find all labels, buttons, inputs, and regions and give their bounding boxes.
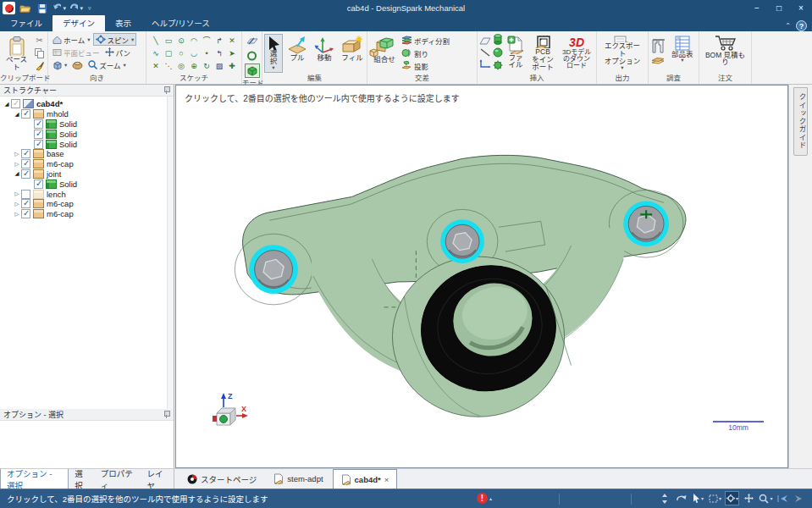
tree-item-solid[interactable]: Solid (0, 139, 167, 149)
trim-icon[interactable]: ✕ (226, 34, 239, 47)
bolt-right-selected[interactable] (623, 201, 669, 246)
checkbox[interactable] (34, 119, 43, 129)
checkbox[interactable] (21, 209, 30, 218)
viewport-3d[interactable]: クリックして、2番目の選択を他のツール内で使用するように設定します Z X 10… (175, 85, 788, 468)
insert-sphere-icon[interactable] (493, 47, 503, 59)
selection-box-icon[interactable] (708, 491, 722, 505)
customize-toolbar-icon[interactable]: ▿ (88, 5, 91, 12)
mirror-icon[interactable]: ➤ (226, 47, 239, 59)
rotate-cursor-icon[interactable] (674, 491, 688, 505)
split-icon[interactable]: ✕ (150, 59, 163, 72)
bom-quote-button[interactable]: BOM 見積もり (701, 34, 750, 73)
expander-icon[interactable] (13, 190, 21, 197)
app-logo-icon[interactable] (3, 2, 15, 14)
bom-table-button[interactable]: 部品表 (669, 34, 696, 73)
tree-item-cab4d[interactable]: cab4d* (0, 99, 167, 109)
tab-help[interactable]: ヘルプ/リソース (141, 15, 220, 31)
measure-caliper-icon[interactable] (650, 39, 667, 56)
tree-item-joint[interactable]: joint (0, 169, 167, 179)
split-button[interactable]: 割り (401, 47, 428, 59)
doc-tab-stem-adpt[interactable]: stem-adpt (266, 469, 330, 489)
redo-button[interactable]: ▾ (69, 3, 83, 14)
split-body-button[interactable]: ボディ分割 (401, 35, 450, 47)
expander-icon[interactable] (13, 151, 21, 157)
fill-tool-button[interactable]: フィル (339, 34, 366, 73)
cut-icon[interactable]: ✂ (33, 35, 46, 47)
maximize-button[interactable]: □ (768, 0, 790, 16)
checkbox[interactable] (34, 179, 43, 189)
combine-button[interactable]: 組合せ (369, 34, 400, 73)
parts-stack-icon[interactable] (651, 57, 666, 67)
format-painter-icon[interactable] (33, 60, 46, 72)
tree-item-base[interactable]: base (0, 149, 167, 159)
bolt-left[interactable] (249, 245, 298, 294)
insert-axis-icon[interactable] (479, 59, 491, 70)
three-point-circle-icon[interactable]: ⊕ (188, 59, 201, 72)
tab-file[interactable]: ファイル (0, 15, 52, 31)
point-icon[interactable]: • (201, 47, 213, 59)
tab-layers[interactable]: レイヤ (141, 469, 174, 489)
bend-icon[interactable]: ↰ (213, 47, 226, 59)
tab-select[interactable]: 選択 (69, 469, 95, 489)
axis-triad[interactable]: Z X (202, 389, 249, 435)
tree-item-solid[interactable]: Solid (0, 129, 167, 139)
view-cube-button[interactable] (50, 58, 69, 71)
checkbox[interactable] (34, 140, 43, 149)
checkbox[interactable] (21, 199, 30, 208)
spinner-stepper-icon[interactable] (657, 491, 671, 505)
checkbox[interactable] (21, 159, 30, 168)
ellipse-icon[interactable]: ○ (175, 47, 188, 59)
insert-plane-icon[interactable] (479, 36, 491, 47)
pcb-import-button[interactable]: PCB をインポート (528, 34, 557, 73)
paste-button[interactable]: ペースト (2, 34, 31, 73)
tree-item-lench[interactable]: lench (0, 189, 167, 199)
alert-icon[interactable]: ! (477, 493, 488, 504)
sweep-arc-icon[interactable]: ◡ (188, 47, 201, 59)
expander-icon[interactable] (13, 161, 21, 168)
zoom-view-icon[interactable] (759, 491, 773, 505)
sketch-mode-icon[interactable] (245, 33, 260, 47)
select-tool-button[interactable]: 選択 (264, 34, 283, 73)
pin-icon[interactable] (163, 411, 170, 418)
tab-options-select[interactable]: オプション - 選択 (0, 469, 69, 489)
tab-view[interactable]: 表示 (105, 15, 141, 31)
minimize-button[interactable]: − (746, 0, 768, 16)
open-button[interactable] (19, 3, 32, 14)
quick-guide-tab[interactable]: クイックガイド (793, 87, 808, 156)
next-view-icon[interactable] (793, 491, 807, 505)
select-mode-icon[interactable] (691, 491, 705, 505)
zoom-tool-button[interactable]: ズーム (86, 58, 129, 71)
insert-cylinder-icon[interactable] (493, 34, 503, 47)
insert-gear-icon[interactable] (493, 60, 503, 72)
tree-item-m6cap[interactable]: m6-cap (0, 199, 167, 209)
checkbox[interactable] (21, 109, 30, 119)
doc-tab-cab4d[interactable]: cab4d* × (333, 469, 398, 489)
tab-design[interactable]: デザイン (52, 15, 105, 31)
expander-icon[interactable] (3, 101, 11, 108)
move-tool-button[interactable]: 移動 (312, 34, 337, 73)
circle-icon[interactable]: ⊙ (175, 34, 188, 47)
checkbox[interactable] (21, 149, 30, 158)
hatch-icon[interactable]: ▨ (213, 59, 226, 72)
alert-indicator[interactable]: ! ▴ (477, 493, 492, 504)
bolt-middle[interactable] (440, 219, 484, 263)
tree-item-m6cap[interactable]: m6-cap (0, 209, 167, 219)
help-icon[interactable]: ? (796, 20, 807, 31)
appearance-button[interactable] (69, 58, 86, 71)
spin-tool-button[interactable]: スピン (93, 33, 137, 46)
download-3d-button[interactable]: 3D 3Dモデルのダウンロード (559, 34, 594, 73)
tangent-arc-icon[interactable]: ⌒ (201, 34, 213, 47)
insert-line-icon[interactable] (479, 48, 491, 58)
polyline-icon[interactable]: ↱ (213, 34, 226, 47)
close-button[interactable]: × (790, 0, 812, 16)
solid-mode-icon[interactable] (245, 64, 260, 78)
spline-icon[interactable]: ∿ (150, 47, 163, 59)
construction-line-icon[interactable]: ⋱ (163, 59, 175, 72)
expander-icon[interactable] (13, 201, 21, 207)
pan-tool-button[interactable]: パン (102, 46, 133, 58)
save-button[interactable] (36, 3, 49, 14)
tree-item-solid[interactable]: Solid (0, 179, 167, 189)
spin-view-icon[interactable] (725, 491, 739, 505)
circle-ref-icon[interactable]: ◎ (175, 59, 188, 72)
close-tab-icon[interactable]: × (384, 475, 389, 484)
